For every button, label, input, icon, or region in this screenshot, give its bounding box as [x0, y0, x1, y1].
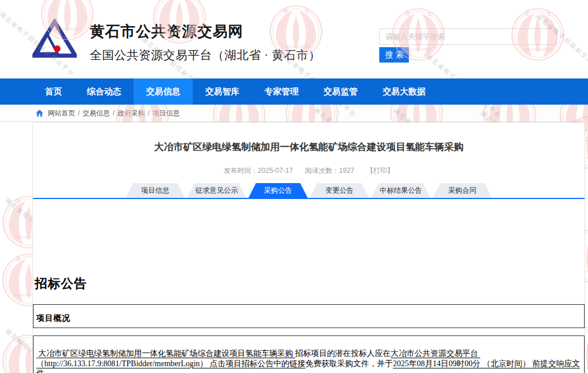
- nav-item-bigdata[interactable]: 交易大数据: [370, 78, 438, 105]
- search-button[interactable]: 搜索: [379, 47, 409, 63]
- site-logo-icon: [32, 19, 77, 59]
- nav-item-news[interactable]: 综合动态: [74, 78, 134, 105]
- search-input[interactable]: [379, 28, 557, 45]
- view-count: 阅读次数：1927: [305, 167, 354, 175]
- notice-body: 大冶市矿区绿电绿氢制储加用一体化氢能矿场综合建设项目氢能车辆采购 招标项目的潜在…: [33, 335, 585, 373]
- article-meta: 发布时间：2025-07-17 阅读次数：1927 【打印】: [33, 166, 585, 176]
- nav-item-experts[interactable]: 专家管理: [252, 78, 311, 105]
- breadcrumb-item-home[interactable]: 网站首页: [48, 109, 75, 118]
- breadcrumb-item-trade[interactable]: 交易信息: [82, 109, 110, 118]
- view-count-value: 1927: [339, 167, 354, 175]
- page-root: { "header": { "site_title": "黄石市公共资源交易网"…: [0, 0, 588, 373]
- site-header: 黄石市公共资源交易网 全国公共资源交易平台（湖北省 · 黄石市） 搜索: [0, 0, 588, 78]
- view-count-label: 阅读次数：: [305, 167, 339, 175]
- overview-box: 项目概况: [33, 304, 585, 328]
- body-segment: 免费获取采购文件，并于: [305, 359, 393, 368]
- tab-contract[interactable]: 采购合同: [433, 183, 492, 198]
- publish-time-label: 发布时间：: [224, 167, 258, 175]
- breadcrumb-item-project-info[interactable]: 项目信息: [152, 109, 180, 118]
- content-card: 大冶市矿区绿电绿氢制储加用一体化氢能矿场综合建设项目氢能车辆采购 发布时间：20…: [32, 122, 585, 373]
- breadcrumb-separator: /: [78, 109, 80, 117]
- article-title: 大冶市矿区绿电绿氢制储加用一体化氢能矿场综合建设项目氢能车辆采购: [33, 140, 585, 154]
- tab-underline: [33, 198, 585, 199]
- nav-item-trade-info[interactable]: 交易信息: [134, 78, 193, 105]
- nav-item-supervision[interactable]: 交易监管: [311, 78, 370, 105]
- nav-item-home[interactable]: 首页: [32, 78, 74, 105]
- breadcrumb: 网站首页 / 交易信息 / 政府采购 / 项目信息: [0, 105, 588, 122]
- tab-comment-notice[interactable]: 征求意见公示: [187, 183, 246, 198]
- body-segment: 招标项目的潜在投标人应在: [295, 349, 391, 358]
- home-icon: [36, 110, 43, 117]
- main-nav: 首页 综合动态 交易信息 交易智库 专家管理 交易监管 交易大数据: [0, 78, 588, 105]
- site-title: 黄石市公共资源交易网: [90, 22, 243, 42]
- site-subtitle: 全国公共资源交易平台（湖北省 · 黄石市）: [90, 47, 321, 63]
- print-button[interactable]: 【打印】: [366, 167, 394, 175]
- body-segment: 大冶市矿区绿电绿氢制储加用一体化氢能矿场综合建设项目氢能车辆采购: [36, 349, 295, 358]
- overview-label: 项目概况: [36, 313, 71, 324]
- nav-item-thinktank[interactable]: 交易智库: [193, 78, 252, 105]
- publish-time: 发布时间：2025-07-17: [224, 167, 293, 175]
- breadcrumb-separator: /: [148, 109, 150, 117]
- breadcrumb-separator: /: [113, 109, 114, 117]
- tab-award-notice[interactable]: 中标结果公告: [371, 183, 430, 198]
- tab-project-info[interactable]: 项目信息: [126, 183, 185, 198]
- publish-time-value: 2025-07-17: [258, 167, 293, 175]
- tab-procurement-notice[interactable]: 采购公告: [249, 183, 308, 198]
- tab-change-notice[interactable]: 变更公告: [310, 183, 369, 198]
- notice-heading: 招标公告: [35, 275, 585, 292]
- article-tabs: 项目信息 征求意见公示 采购公告 变更公告 中标结果公告 采购合同: [33, 183, 585, 198]
- breadcrumb-item-gov-procurement[interactable]: 政府采购: [118, 109, 145, 118]
